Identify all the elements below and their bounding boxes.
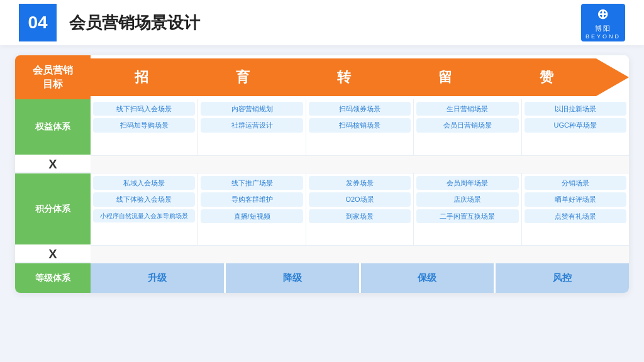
arrow-container: 招 育 转 留 赞 bbox=[91, 55, 629, 99]
tag: 小程序自然流量入会加导购场景 bbox=[93, 209, 195, 222]
tag: 分销场景 bbox=[525, 176, 626, 190]
tag: 扫码加导购场景 bbox=[93, 118, 195, 132]
arrow-columns: 招 育 转 留 赞 bbox=[91, 55, 597, 99]
logo-text: 博阳 bbox=[595, 24, 611, 33]
logo-icon: ⊕ bbox=[597, 6, 609, 23]
tag: 线下推广场景 bbox=[201, 176, 303, 190]
tag: 生日营销场景 bbox=[416, 102, 518, 116]
x-spacer-1 bbox=[91, 156, 629, 173]
logo-sub: BEYOND bbox=[586, 33, 621, 40]
bottom-cell-fengkong: 风控 bbox=[496, 263, 629, 293]
left-cell-jifen: 积分体系 bbox=[15, 173, 91, 246]
tag: 导购客群维护 bbox=[201, 192, 303, 206]
header: 04 会员营销场景设计 ⊕ 博阳 BEYOND bbox=[0, 0, 644, 45]
grid-col-1-1: 线下扫码入会场景 扫码加导购场景 bbox=[91, 99, 198, 155]
grid-col-2-4: 会员周年场景 店庆场景 二手闲置互换场景 bbox=[414, 173, 521, 245]
tag: 店庆场景 bbox=[416, 192, 518, 206]
tag: O2O场景 bbox=[309, 192, 411, 206]
tag: 内容营销规划 bbox=[201, 102, 303, 116]
col-liu: 留 bbox=[395, 55, 496, 99]
grid-col-2-5: 分销场景 晒单好评场景 点赞有礼场景 bbox=[522, 173, 629, 245]
grid-col-1-4: 生日营销场景 会员日营销场景 bbox=[414, 99, 521, 155]
table-left-header: 会员营销目标 bbox=[15, 55, 91, 99]
left-x-2: X bbox=[15, 246, 91, 263]
tag: 发券场景 bbox=[309, 176, 411, 190]
bottom-cell-baoji: 保级 bbox=[361, 263, 496, 293]
brand-logo: ⊕ 博阳 BEYOND bbox=[581, 4, 625, 41]
tag: 到家场景 bbox=[309, 209, 411, 223]
grid-col-1-3: 扫码领券场景 扫码核销场景 bbox=[306, 99, 414, 155]
tag: 社群运营设计 bbox=[201, 118, 303, 132]
main-content: 会员营销目标 招 育 转 留 赞 bbox=[0, 45, 644, 303]
grid-row-1: 线下扫码入会场景 扫码加导购场景 内容营销规划 社群运营设计 扫码领券场景 扫码… bbox=[91, 99, 629, 156]
grid-col-2-3: 发券场景 O2O场景 到家场景 bbox=[306, 173, 414, 245]
grid-row-2: 私域入会场景 线下体验入会场景 小程序自然流量入会加导购场景 线下推广场景 导购… bbox=[91, 173, 629, 246]
left-x-1: X bbox=[15, 156, 91, 173]
bottom-left-dengji: 等级体系 bbox=[15, 263, 91, 293]
tag: 直播/短视频 bbox=[201, 209, 303, 223]
tag: 线下体验入会场景 bbox=[93, 192, 195, 206]
grid-col-1-2: 内容营销规划 社群运营设计 bbox=[198, 99, 306, 155]
grid-col-2-1: 私域入会场景 线下体验入会场景 小程序自然流量入会加导购场景 bbox=[91, 173, 198, 245]
tag: 晒单好评场景 bbox=[525, 192, 626, 206]
tag: 线下扫码入会场景 bbox=[93, 102, 195, 116]
slide-number: 04 bbox=[19, 4, 57, 41]
arrow-row: 会员营销目标 招 育 转 留 赞 bbox=[15, 55, 629, 99]
bottom-cell-shengji: 升级 bbox=[91, 263, 226, 293]
tag: 会员日营销场景 bbox=[416, 118, 518, 132]
tag: 会员周年场景 bbox=[416, 176, 518, 190]
tag: 扫码核销场景 bbox=[309, 118, 411, 132]
col-zan: 赞 bbox=[496, 55, 597, 99]
page-title: 会员营销场景设计 bbox=[69, 12, 200, 34]
bottom-row: 等级体系 升级 降级 保级 风控 bbox=[15, 263, 629, 293]
content-area: 权益体系 X 积分体系 X 线下扫码入会场景 扫码加导购场景 内容营销规划 bbox=[15, 99, 629, 263]
tag: 扫码领券场景 bbox=[309, 102, 411, 116]
bottom-cell-jiangji: 降级 bbox=[226, 263, 361, 293]
tag: 二手闲置互换场景 bbox=[416, 209, 518, 223]
col-zhao: 招 bbox=[91, 55, 192, 99]
right-grid: 线下扫码入会场景 扫码加导购场景 内容营销规划 社群运营设计 扫码领券场景 扫码… bbox=[91, 99, 629, 263]
col-yu: 育 bbox=[192, 55, 293, 99]
grid-col-1-5: 以旧拉新场景 UGC种草场景 bbox=[522, 99, 629, 155]
left-cell-quanyi: 权益体系 bbox=[15, 99, 91, 156]
tag: 私域入会场景 bbox=[93, 176, 195, 190]
tag: UGC种草场景 bbox=[525, 118, 626, 132]
bottom-cells: 升级 降级 保级 风控 bbox=[91, 263, 629, 293]
scenario-table: 会员营销目标 招 育 转 留 赞 bbox=[15, 55, 629, 293]
grid-col-2-2: 线下推广场景 导购客群维护 直播/短视频 bbox=[198, 173, 306, 245]
col-zhuan: 转 bbox=[293, 55, 394, 99]
left-column: 权益体系 X 积分体系 X bbox=[15, 99, 91, 263]
x-spacer-2 bbox=[91, 246, 629, 263]
tag: 点赞有礼场景 bbox=[525, 209, 626, 223]
tag: 以旧拉新场景 bbox=[525, 102, 626, 116]
